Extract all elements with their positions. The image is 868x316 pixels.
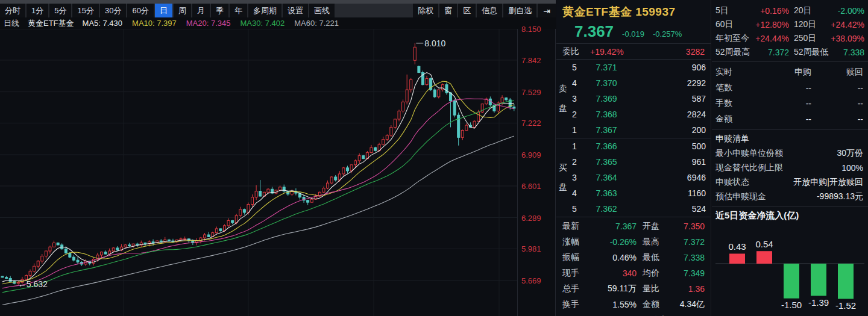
subscription-row: 现金替代比例上限100% (712, 161, 868, 175)
price-axis-label: 8.150 (521, 25, 541, 34)
buy-order-book: 买盘 17.36650027.36596137.364694647.363116… (556, 138, 711, 217)
svg-text:-1.52: -1.52 (835, 300, 856, 311)
quote-panel: 黄金ETF基金 159937 7.367 -0.019 -0.257% 委比 +… (556, 0, 711, 316)
buy-level-5[interactable]: 57.362524 (572, 201, 711, 217)
ma-legend-item: MA5: 7.430 (83, 19, 123, 28)
toolbar-tools-group: 除权窗区信息删自选⇥ (413, 4, 556, 17)
realtime-section: 实时申购赎回笔数----手数----金额---- (712, 61, 868, 129)
price-axis-label: 7.842 (521, 56, 541, 65)
flow-bar-6-3 (729, 253, 745, 264)
buy-level-1[interactable]: 17.366500 (572, 138, 711, 154)
flow-bar-6-9 (838, 264, 854, 299)
instrument-title: 黄金ETF基金 159937 (556, 0, 711, 20)
sell-side-label: 卖盘 (559, 60, 570, 138)
toolbar-button-多周期[interactable]: 多周期 (248, 4, 281, 17)
subscription-section: 申赎清单 最小申赎单位份额30万份现金替代比例上限100%申赎状态开放申购|开放… (712, 129, 868, 206)
period-line-label: 日线 (4, 18, 19, 29)
toolbar-button-日[interactable]: 日 (155, 4, 172, 17)
weibi-label: 委比 (562, 46, 590, 57)
fund-flow-section: 近5日资金净流入(亿) 0.436-30.546-4-1.506-5-1.396… (712, 206, 868, 316)
toolbar-button-周[interactable]: 周 (174, 4, 191, 17)
toolbar-button-删自选[interactable]: 删自选 (503, 4, 536, 17)
realtime-header: 实时申购赎回 (712, 64, 868, 80)
svg-text:0.43: 0.43 (728, 241, 746, 252)
stats-row: 涨幅-0.26%最高7.372 (556, 234, 711, 250)
toolbar-button-窗[interactable]: 窗 (439, 4, 457, 17)
fund-flow-chart: 0.436-30.546-4-1.506-5-1.396-6-1.526-9 (712, 223, 868, 316)
toolbar-button-分时[interactable]: 分时 (0, 4, 25, 17)
price-axis-label: 5.981 (521, 244, 541, 253)
ma-legend: MA5: 7.430MA10: 7.397MA20: 7.345MA30: 7.… (83, 19, 339, 28)
price-axis-label: 6.909 (521, 150, 541, 160)
price-change-pct: -0.257% (653, 29, 682, 39)
toolbar-button-信息[interactable]: 信息 (477, 4, 502, 17)
price-axis-label: 7.529 (521, 88, 541, 97)
buy-level-3[interactable]: 37.3646946 (572, 170, 711, 185)
weicha-value: 3282 (686, 47, 705, 57)
trading-app: 分时1分5分15分30分60分日周月季年多周期设置画线 除权窗区信息删自选⇥ 日… (0, 0, 868, 316)
sell-level-3[interactable]: 37.369587 (572, 91, 711, 107)
subscription-row: 预估申赎现金-99893.13元 (712, 190, 868, 204)
last-price: 7.367 (574, 22, 614, 41)
toolbar-button-画线[interactable]: 画线 (309, 4, 335, 17)
buy-side-label: 买盘 (559, 138, 570, 217)
toolbar-button-5分[interactable]: 5分 (49, 4, 71, 17)
sell-level-2[interactable]: 27.3682824 (572, 107, 711, 122)
performance-row: 52周最高7.37252周最低7.338 (712, 45, 868, 59)
performance-row: 年初至今+24.44%250日+38.09% (712, 31, 868, 45)
price-axis-label: 5.669 (521, 276, 541, 285)
toolbar-button-月[interactable]: 月 (192, 4, 210, 17)
price-row: 7.367 -0.019 -0.257% (556, 20, 711, 41)
buy-level-4[interactable]: 47.3631160 (572, 185, 711, 201)
ma-legend-item: MA60: 7.221 (294, 19, 339, 28)
price-change: -0.019 (622, 29, 644, 39)
sell-level-1[interactable]: 17.367200 (572, 122, 711, 138)
weibi-value: +19.42% (590, 47, 686, 57)
toolbar-button-季[interactable]: 季 (211, 4, 228, 17)
toolbar-period-group: 分时1分5分15分30分60分日周月季年多周期设置画线 (0, 4, 335, 17)
stats-row: IOPV7.3618溢价率+0.07% (556, 312, 711, 316)
stats-row: 总手59.11万量比1.36 (556, 281, 711, 297)
instrument-name-label: 黄金ETF基金 (28, 18, 74, 29)
svg-text:0.54: 0.54 (755, 239, 773, 249)
realtime-row: 金额---- (712, 111, 868, 127)
fund-flow-title: 近5日资金净流入(亿) (712, 207, 868, 223)
svg-text:←5.632: ←5.632 (18, 279, 48, 289)
svg-text:-1.50: -1.50 (781, 300, 802, 310)
realtime-row: 手数---- (712, 96, 868, 111)
realtime-row: 笔数---- (712, 80, 868, 96)
instrument-name: 黄金ETF基金 (562, 5, 632, 18)
subscription-title: 申赎清单 (712, 132, 868, 146)
toolbar-button-60分[interactable]: 60分 (127, 4, 153, 17)
collapse-panel-icon[interactable]: ⇥ (538, 4, 556, 17)
toolbar-button-年[interactable]: 年 (230, 4, 247, 17)
chart-toolbar: 分时1分5分15分30分60分日周月季年多周期设置画线 除权窗区信息删自选⇥ (0, 4, 556, 17)
toolbar-button-除权[interactable]: 除权 (413, 4, 438, 17)
price-axis-label: 7.222 (521, 119, 541, 128)
sell-level-5[interactable]: 57.371906 (572, 60, 711, 75)
stats-row: 振幅0.46%最低7.338 (556, 250, 711, 265)
sell-level-4[interactable]: 47.3702292 (572, 75, 711, 91)
buy-level-2[interactable]: 27.365961 (572, 154, 711, 170)
toolbar-button-设置[interactable]: 设置 (283, 4, 308, 17)
candlestick-chart[interactable]: 8.010←5.632 (0, 29, 517, 316)
chart-panel: 分时1分5分15分30分60分日周月季年多周期设置画线 除权窗区信息删自选⇥ 日… (0, 0, 556, 316)
svg-text:-1.39: -1.39 (808, 297, 829, 308)
flow-bar-6-6 (811, 264, 826, 296)
performance-row: 5日+0.16%20日-2.00% (712, 4, 868, 17)
price-axis-label: 6.601 (521, 182, 541, 191)
toolbar-button-15分[interactable]: 15分 (72, 4, 98, 17)
flow-bar-6-4 (756, 251, 772, 264)
subscription-row: 最小申赎单位份额30万份 (712, 146, 868, 161)
toolbar-button-1分[interactable]: 1分 (27, 4, 48, 17)
ma-legend-item: MA10: 7.397 (132, 19, 177, 28)
subscription-row: 申赎状态开放申购|开放赎回 (712, 175, 868, 190)
stats-row: 换手1.55%金额4.34亿 (556, 297, 711, 312)
stats-row: 最新7.367开盘7.350 (556, 218, 711, 234)
toolbar-button-区[interactable]: 区 (458, 4, 476, 17)
weibi-row: 委比 +19.42% 3282 (556, 44, 711, 59)
chart-legend: 日线 黄金ETF基金 MA5: 7.430MA10: 7.397MA20: 7.… (0, 17, 556, 29)
price-axis-label: 6.289 (521, 214, 541, 223)
toolbar-button-30分[interactable]: 30分 (100, 4, 126, 17)
performance-grid: 5日+0.16%20日-2.00%60日+12.80%120日+24.42%年初… (712, 0, 868, 61)
